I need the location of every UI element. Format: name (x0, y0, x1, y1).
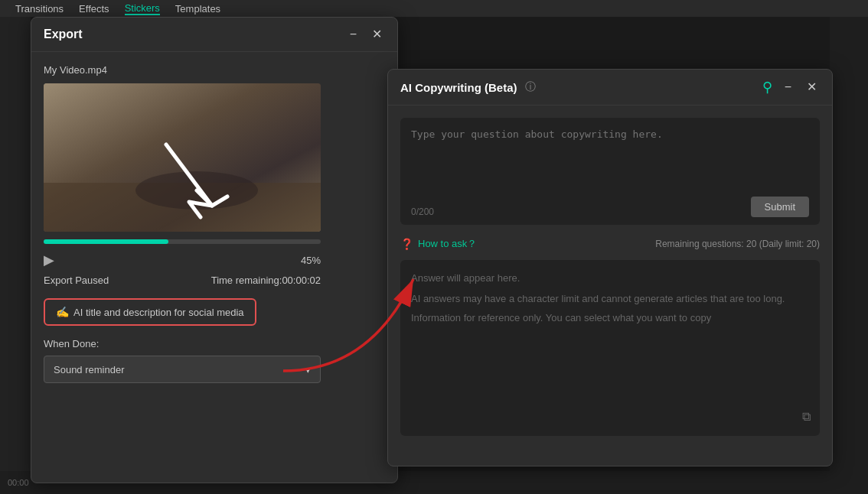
sound-reminder-select[interactable]: Sound reminder ▾ (44, 356, 321, 383)
nav-templates[interactable]: Templates (175, 3, 220, 15)
video-arrow-drawing (44, 83, 321, 232)
submit-button[interactable]: Submit (751, 197, 809, 217)
ai-question-input[interactable] (411, 128, 809, 190)
nav-bar: Transitions Effects Stickers Templates (0, 0, 868, 17)
remaining-questions: Remaining questions: 20 (Daily limit: 20… (655, 239, 820, 249)
nav-effects[interactable]: Effects (79, 3, 109, 15)
play-pause-button[interactable]: ▶ (44, 252, 54, 268)
export-body: My Video.mp4 (31, 52, 397, 395)
export-percent: 45% (301, 255, 321, 266)
how-to-ask-left: ❓ How to ask？ (400, 237, 477, 251)
export-dialog-controls: − ✕ (347, 27, 385, 42)
pin-icon[interactable]: ⚲ (762, 79, 772, 96)
question-circle-icon: ❓ (400, 238, 413, 250)
answer-line2: AI answers may have a character limit an… (411, 291, 809, 307)
dropdown-chevron-icon: ▾ (305, 364, 311, 375)
ai-social-media-button[interactable]: ✍ AI title and description for social me… (44, 298, 256, 326)
right-panel (830, 17, 868, 494)
video-filename: My Video.mp4 (44, 64, 385, 76)
how-to-ask-link[interactable]: How to ask？ (418, 237, 477, 251)
ai-copywriting-panel: AI Copywriting (Beta) ⓘ ⚲ − ✕ 0/200 Subm… (387, 69, 833, 466)
how-to-ask-row: ❓ How to ask？ Remaining questions: 20 (D… (400, 237, 820, 251)
export-paused-row: Export Paused Time remaining:00:00:02 (44, 275, 321, 286)
time-remaining: Time remaining:00:00:02 (211, 275, 321, 286)
ai-panel-title-bar: AI Copywriting (Beta) ⓘ ⚲ − ✕ (388, 70, 832, 106)
sound-reminder-text: Sound reminder (54, 364, 125, 375)
answer-area: Answer will appear here. AI answers may … (400, 260, 820, 436)
when-done-label: When Done: (44, 338, 385, 349)
time-label: 00:00 (8, 478, 29, 487)
video-preview (44, 83, 321, 232)
answer-line1: Answer will appear here. (411, 271, 809, 287)
progress-bar-container (44, 239, 321, 244)
export-close-button[interactable]: ✕ (369, 27, 385, 42)
ai-icon: ✍ (56, 306, 69, 318)
export-title: Export (44, 28, 83, 41)
copy-icon[interactable]: ⧉ (802, 407, 811, 427)
ai-panel-close-button[interactable]: ✕ (804, 80, 820, 95)
nav-transitions[interactable]: Transitions (15, 3, 64, 15)
char-count: 0/200 (411, 206, 434, 217)
export-paused-status: Export Paused (44, 275, 109, 286)
export-dialog: Export − ✕ My Video.mp4 (31, 17, 398, 483)
ai-panel-minimize-button[interactable]: − (782, 80, 795, 95)
info-icon[interactable]: ⓘ (525, 80, 536, 94)
export-title-bar: Export − ✕ (31, 18, 397, 52)
left-panel (0, 17, 31, 494)
ai-textarea-container: 0/200 Submit (400, 118, 820, 225)
ai-button-label: AI title and description for social medi… (73, 307, 244, 318)
answer-line3: Information for reference only. You can … (411, 310, 809, 327)
ai-panel-title: AI Copywriting (Beta) (400, 81, 517, 94)
export-status-row: ▶ 45% (44, 252, 321, 268)
export-minimize-button[interactable]: − (347, 27, 360, 42)
progress-bar-fill (44, 239, 168, 244)
ai-panel-title-left: AI Copywriting (Beta) ⓘ (400, 80, 536, 94)
nav-stickers[interactable]: Stickers (125, 2, 160, 15)
ai-panel-controls: ⚲ − ✕ (762, 79, 820, 96)
